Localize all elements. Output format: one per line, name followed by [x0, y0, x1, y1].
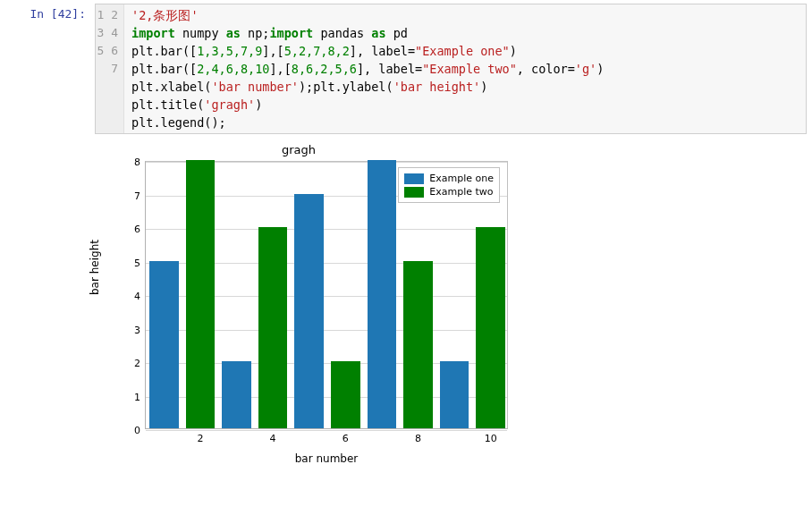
x-tick-label: 10 — [485, 433, 497, 444]
y-tick-label: 2 — [121, 358, 140, 369]
legend-label: Example one — [429, 173, 494, 184]
bar-rect — [331, 361, 359, 428]
y-axis-label: bar height — [89, 240, 101, 295]
bar-rect — [476, 227, 504, 428]
output-area: gragh bar height bar number 012345678246… — [89, 138, 812, 467]
chart-legend: Example one Example two — [398, 167, 500, 203]
code-content[interactable]: '2,条形图' import numpy as np;import pandas… — [124, 4, 806, 133]
bar-rect — [222, 361, 250, 428]
legend-item: Example two — [404, 185, 494, 198]
code-cell: In [42]: 1 2 3 4 5 6 7 '2,条形图' import nu… — [0, 0, 812, 138]
y-tick-label: 7 — [121, 190, 140, 201]
bar-rect — [186, 160, 215, 428]
y-tick-label: 3 — [121, 324, 140, 335]
line-number-gutter: 1 2 3 4 5 6 7 — [96, 4, 124, 133]
x-tick-label: 6 — [343, 433, 349, 444]
x-tick-label: 8 — [415, 433, 421, 444]
code-area[interactable]: 1 2 3 4 5 6 7 '2,条形图' import numpy as np… — [95, 4, 807, 134]
bar-rect — [294, 194, 323, 429]
bar-rect — [368, 160, 396, 428]
chart-title: gragh — [89, 143, 508, 156]
bar-rect — [440, 361, 469, 428]
y-tick-label: 0 — [121, 425, 140, 436]
x-tick-label: 4 — [270, 433, 276, 444]
input-prompt: In [42]: — [5, 4, 95, 134]
y-tick-label: 8 — [121, 156, 140, 168]
legend-label: Example two — [429, 186, 493, 198]
bar-rect — [403, 261, 432, 429]
bar-rect — [258, 227, 287, 428]
y-tick-label: 5 — [121, 257, 140, 268]
y-tick-label: 1 — [121, 391, 140, 402]
bar-chart: gragh bar height bar number 012345678246… — [89, 143, 554, 467]
x-axis-label: bar number — [145, 452, 508, 465]
legend-swatch-icon — [404, 173, 424, 184]
x-tick-label: 2 — [197, 433, 203, 444]
y-tick-label: 4 — [121, 291, 140, 302]
legend-swatch-icon — [404, 187, 424, 198]
bar-rect — [149, 261, 178, 429]
grid-line — [146, 430, 507, 431]
y-tick-label: 6 — [121, 224, 140, 235]
plot-area: 012345678246810 Example one Example two — [145, 161, 508, 429]
legend-item: Example one — [404, 172, 494, 185]
